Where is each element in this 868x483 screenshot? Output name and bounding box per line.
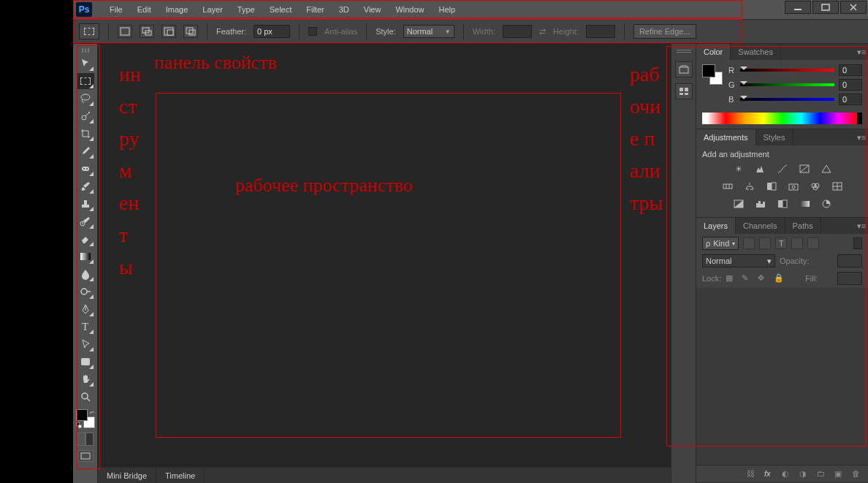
lasso-tool[interactable] bbox=[77, 91, 94, 107]
tab-timeline[interactable]: Timeline bbox=[156, 468, 205, 483]
menu-type[interactable]: Type bbox=[230, 5, 262, 14]
crop-tool[interactable] bbox=[77, 126, 94, 142]
exposure-icon[interactable] bbox=[798, 163, 811, 175]
layer-filter-kind[interactable]: ρKind▾ bbox=[702, 237, 739, 250]
blur-tool[interactable] bbox=[77, 266, 94, 282]
zoom-tool[interactable] bbox=[77, 389, 94, 405]
move-tool[interactable] bbox=[77, 56, 94, 72]
filter-toggle[interactable] bbox=[853, 237, 862, 249]
refine-edge-button[interactable]: Refine Edge... bbox=[633, 24, 696, 39]
menu-help[interactable]: Help bbox=[432, 5, 463, 14]
path-select-tool[interactable] bbox=[77, 336, 94, 352]
properties-panel-icon[interactable] bbox=[675, 83, 693, 99]
tab-adjustments[interactable]: Adjustments bbox=[696, 129, 756, 145]
filter-adjust-icon[interactable] bbox=[759, 237, 771, 249]
tab-swatches[interactable]: Swatches bbox=[731, 44, 781, 60]
gradientmap-icon[interactable] bbox=[798, 198, 811, 210]
new-fill-icon[interactable]: ◑ bbox=[799, 469, 810, 479]
eyedropper-tool[interactable] bbox=[77, 143, 94, 159]
lock-pixels-icon[interactable]: ✎ bbox=[742, 273, 753, 284]
swap-colors-icon[interactable]: ⤺ bbox=[90, 409, 95, 416]
history-brush-tool[interactable] bbox=[77, 213, 94, 229]
channelmixer-icon[interactable] bbox=[809, 180, 822, 192]
dock-grip[interactable] bbox=[677, 50, 691, 53]
curves-icon[interactable] bbox=[776, 163, 789, 175]
maximize-button[interactable] bbox=[812, 1, 839, 14]
g-slider[interactable] bbox=[740, 81, 834, 88]
mask-icon[interactable]: ◐ bbox=[782, 469, 792, 479]
levels-icon[interactable] bbox=[754, 163, 767, 175]
menu-image[interactable]: Image bbox=[159, 5, 196, 14]
fill-input[interactable] bbox=[837, 272, 862, 285]
dodge-tool[interactable] bbox=[77, 284, 94, 300]
antialias-checkbox[interactable] bbox=[308, 27, 317, 36]
minimize-button[interactable] bbox=[785, 1, 811, 14]
document-area[interactable] bbox=[98, 44, 671, 483]
panel-menu-icon[interactable]: ▾≡ bbox=[855, 129, 868, 145]
pen-tool[interactable] bbox=[77, 301, 94, 317]
close-button[interactable] bbox=[840, 1, 867, 14]
eraser-tool[interactable] bbox=[77, 231, 94, 247]
lock-position-icon[interactable]: ✥ bbox=[758, 273, 769, 284]
link-layers-icon[interactable]: ⛓ bbox=[747, 469, 757, 479]
tab-styles[interactable]: Styles bbox=[756, 129, 793, 145]
tab-color[interactable]: Color bbox=[696, 44, 731, 60]
color-swatches[interactable]: ⤺ bbox=[76, 409, 95, 428]
posterize-icon[interactable] bbox=[754, 198, 767, 210]
marquee-tool[interactable] bbox=[77, 73, 94, 89]
r-slider[interactable] bbox=[740, 66, 834, 74]
group-icon[interactable]: 🗀 bbox=[817, 469, 827, 479]
menu-edit[interactable]: Edit bbox=[130, 5, 159, 14]
menu-select[interactable]: Select bbox=[262, 5, 300, 14]
tab-paths[interactable]: Paths bbox=[785, 218, 821, 234]
blend-mode-select[interactable]: Normal▾ bbox=[702, 254, 775, 267]
tab-channels[interactable]: Channels bbox=[736, 218, 785, 234]
menu-layer[interactable]: Layer bbox=[195, 5, 230, 14]
tab-layers[interactable]: Layers bbox=[696, 218, 736, 234]
panel-menu-icon[interactable]: ▾≡ bbox=[855, 218, 868, 234]
hue-icon[interactable] bbox=[721, 180, 734, 192]
selectivecolor-icon[interactable] bbox=[820, 198, 833, 210]
toolbar-grip[interactable] bbox=[78, 48, 93, 53]
colorbalance-icon[interactable] bbox=[743, 180, 756, 192]
gradient-tool[interactable] bbox=[77, 248, 94, 265]
trash-icon[interactable]: 🗑 bbox=[852, 469, 862, 479]
filter-pixel-icon[interactable] bbox=[743, 237, 755, 249]
r-input[interactable] bbox=[839, 64, 862, 76]
history-panel-icon[interactable] bbox=[675, 61, 693, 77]
menu-3d[interactable]: 3D bbox=[332, 5, 357, 14]
tab-mini-bridge[interactable]: Mini Bridge bbox=[98, 468, 156, 483]
fx-icon[interactable]: fx bbox=[764, 469, 774, 479]
vibrance-icon[interactable] bbox=[820, 163, 833, 175]
healing-tool[interactable] bbox=[77, 161, 94, 177]
menu-filter[interactable]: Filter bbox=[299, 5, 331, 14]
quick-select-tool[interactable] bbox=[77, 108, 94, 124]
style-select[interactable]: Normal▼ bbox=[403, 25, 454, 38]
menu-window[interactable]: Window bbox=[388, 5, 431, 14]
hand-tool[interactable] bbox=[77, 371, 94, 387]
g-input[interactable] bbox=[839, 79, 862, 91]
menu-view[interactable]: View bbox=[357, 5, 389, 14]
color-spectrum[interactable] bbox=[702, 113, 862, 124]
default-colors-icon[interactable] bbox=[76, 422, 82, 428]
brush-tool[interactable] bbox=[77, 178, 94, 194]
menu-file[interactable]: File bbox=[102, 5, 130, 14]
panel-menu-icon[interactable]: ▾≡ bbox=[855, 44, 868, 60]
feather-input[interactable] bbox=[254, 25, 290, 38]
quick-mask-toggle[interactable] bbox=[77, 433, 94, 446]
selection-subtract-icon[interactable] bbox=[161, 25, 176, 38]
bw-icon[interactable] bbox=[765, 180, 778, 192]
stamp-tool[interactable] bbox=[77, 196, 94, 212]
filter-shape-icon[interactable] bbox=[791, 237, 803, 249]
invert-icon[interactable] bbox=[732, 198, 745, 210]
new-layer-icon[interactable]: ▣ bbox=[834, 469, 845, 479]
color-swatch-pair[interactable] bbox=[702, 64, 723, 85]
selection-add-icon[interactable] bbox=[140, 25, 154, 38]
current-tool-thumb[interactable] bbox=[79, 23, 99, 39]
selection-intersect-icon[interactable] bbox=[183, 25, 198, 38]
type-tool[interactable]: T bbox=[77, 319, 94, 335]
opacity-input[interactable] bbox=[837, 254, 862, 267]
lock-trans-icon[interactable]: ▦ bbox=[726, 273, 737, 284]
b-slider[interactable] bbox=[740, 96, 834, 103]
screen-mode-button[interactable] bbox=[77, 450, 94, 462]
